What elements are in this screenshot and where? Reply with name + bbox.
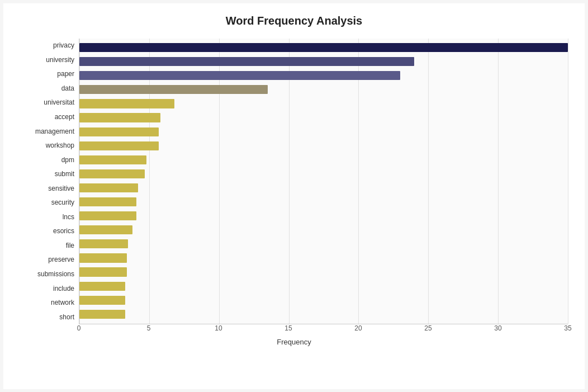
bar bbox=[79, 310, 125, 319]
y-label: workshop bbox=[20, 142, 74, 149]
x-tick: 30 bbox=[494, 324, 501, 332]
bar bbox=[79, 85, 268, 94]
bar-row bbox=[79, 181, 568, 195]
bar-row bbox=[79, 69, 568, 83]
bar-row bbox=[79, 139, 568, 153]
x-tick: 10 bbox=[215, 324, 222, 332]
bar-row bbox=[79, 265, 568, 279]
chart-title: Word Frequency Analysis bbox=[20, 15, 568, 27]
chart-area: privacyuniversitypaperdatauniversitatacc… bbox=[20, 39, 568, 346]
y-labels: privacyuniversitypaperdatauniversitatacc… bbox=[20, 39, 79, 324]
bar bbox=[79, 183, 138, 192]
bar-row bbox=[79, 307, 568, 321]
bar bbox=[79, 225, 132, 234]
x-tick: 35 bbox=[564, 324, 571, 332]
bar-row bbox=[79, 209, 568, 223]
grid-line bbox=[568, 39, 568, 324]
plot-area: privacyuniversitypaperdatauniversitatacc… bbox=[20, 39, 568, 324]
bar bbox=[79, 127, 159, 136]
bar bbox=[79, 239, 128, 248]
bar bbox=[79, 43, 568, 52]
bar bbox=[79, 57, 414, 66]
y-label: privacy bbox=[20, 42, 74, 49]
x-tick: 5 bbox=[147, 324, 151, 332]
bar-row bbox=[79, 111, 568, 125]
y-label: short bbox=[20, 314, 74, 320]
y-label: network bbox=[20, 299, 74, 306]
x-tick: 20 bbox=[354, 324, 362, 332]
bar bbox=[79, 155, 146, 164]
bar-row bbox=[79, 237, 568, 251]
y-label: management bbox=[20, 128, 74, 135]
y-label: esorics bbox=[20, 228, 74, 234]
y-label: sensitive bbox=[20, 185, 74, 192]
bar bbox=[79, 113, 160, 122]
bar bbox=[79, 267, 127, 276]
bar-row bbox=[79, 153, 568, 167]
bar-row bbox=[79, 55, 568, 69]
x-axis-container: 05101520253035 bbox=[79, 324, 568, 336]
y-label: preserve bbox=[20, 256, 74, 263]
y-label: data bbox=[20, 85, 74, 92]
bar-row bbox=[79, 293, 568, 307]
x-tick: 15 bbox=[284, 324, 292, 332]
bar-row bbox=[79, 97, 568, 111]
x-tick: 0 bbox=[77, 324, 81, 332]
y-label: paper bbox=[20, 70, 74, 77]
y-label: file bbox=[20, 242, 74, 249]
x-tick: 25 bbox=[424, 324, 431, 332]
bar-row bbox=[79, 167, 568, 181]
bars-inner bbox=[79, 39, 568, 324]
bar-row bbox=[79, 125, 568, 139]
y-label: submit bbox=[20, 171, 74, 177]
bar-row bbox=[79, 41, 568, 55]
bar-row bbox=[79, 83, 568, 97]
bar bbox=[79, 253, 127, 262]
bar bbox=[79, 211, 136, 220]
y-label: security bbox=[20, 199, 74, 206]
y-label: universitat bbox=[20, 99, 74, 106]
bar bbox=[79, 296, 125, 305]
y-label: accept bbox=[20, 114, 74, 120]
y-label: dpm bbox=[20, 157, 74, 163]
bar-row bbox=[79, 279, 568, 293]
bar bbox=[79, 282, 125, 291]
bar bbox=[79, 99, 174, 108]
bar bbox=[79, 197, 136, 206]
x-axis-label: Frequency bbox=[20, 338, 568, 346]
bar-row bbox=[79, 223, 568, 237]
y-label: university bbox=[20, 56, 74, 63]
bar bbox=[79, 141, 159, 150]
y-label: include bbox=[20, 285, 74, 292]
bar-row bbox=[79, 195, 568, 209]
bar-row bbox=[79, 251, 568, 265]
bars-area bbox=[79, 39, 568, 324]
y-label: submissions bbox=[20, 271, 74, 277]
bar bbox=[79, 71, 400, 80]
chart-container: Word Frequency Analysis privacyuniversit… bbox=[3, 3, 585, 389]
y-label: lncs bbox=[20, 214, 74, 220]
bar bbox=[79, 169, 145, 178]
